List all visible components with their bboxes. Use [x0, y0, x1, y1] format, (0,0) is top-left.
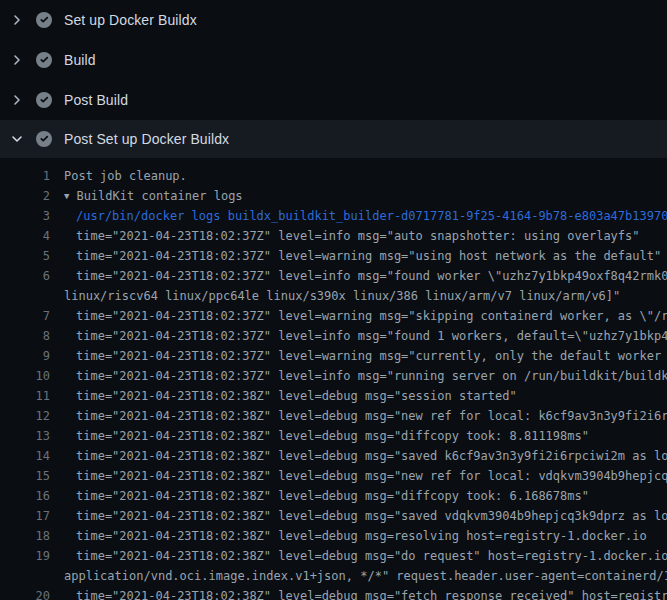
log-line: 16 time="2021-04-23T18:02:38Z" level=deb… [0, 486, 667, 506]
log-line-number[interactable]: 11 [0, 386, 50, 406]
chevron-right-icon[interactable] [9, 12, 25, 28]
log-line-text: linux/riscv64 linux/ppc64le linux/s390x … [50, 286, 620, 306]
log-line: 7 time="2021-04-23T18:02:37Z" level=warn… [0, 306, 667, 326]
log-line-number[interactable]: 14 [0, 446, 50, 466]
log-line-number[interactable]: 8 [0, 326, 50, 346]
log-line-text: time="2021-04-23T18:02:38Z" level=debug … [50, 446, 667, 466]
chevron-right-icon[interactable] [9, 92, 25, 108]
log-line: 4 time="2021-04-23T18:02:37Z" level=info… [0, 226, 667, 246]
log-line: 11 time="2021-04-23T18:02:38Z" level=deb… [0, 386, 667, 406]
check-circle-icon [36, 52, 52, 68]
log-line-text: Post job cleanup. [50, 166, 187, 186]
log-line-number [0, 286, 50, 306]
check-circle-icon [36, 92, 52, 108]
log-line-number[interactable]: 13 [0, 426, 50, 446]
log-line-text: /usr/bin/docker logs buildx_buildkit_bui… [50, 206, 667, 226]
log-line: 19 time="2021-04-23T18:02:38Z" level=deb… [0, 546, 667, 566]
log-line-text: time="2021-04-23T18:02:38Z" level=debug … [50, 406, 667, 426]
log-line-text: time="2021-04-23T18:02:37Z" level=info m… [50, 226, 640, 246]
log-line-number [0, 566, 50, 586]
log-line-text: time="2021-04-23T18:02:37Z" level=warnin… [50, 306, 667, 326]
log-line-text: time="2021-04-23T18:02:38Z" level=debug … [50, 486, 589, 506]
workflow-log-panel: Set up Docker Buildx Build Post Build [0, 0, 667, 600]
log-line-text: ▼BuildKit container logs [50, 186, 243, 206]
log-line-number[interactable]: 6 [0, 266, 50, 286]
log-line-text: time="2021-04-23T18:02:37Z" level=info m… [50, 326, 667, 346]
step-label: Post Build [64, 92, 128, 108]
step-label: Set up Docker Buildx [64, 12, 197, 28]
steps-list: Set up Docker Buildx Build Post Build [0, 0, 667, 158]
log-line: 13 time="2021-04-23T18:02:38Z" level=deb… [0, 426, 667, 446]
log-line-number[interactable]: 18 [0, 526, 50, 546]
log-line-number[interactable]: 19 [0, 546, 50, 566]
log-line-text: time="2021-04-23T18:02:38Z" level=debug … [50, 546, 667, 566]
log-line-text: time="2021-04-23T18:02:38Z" level=debug … [50, 586, 667, 600]
log-line-number[interactable]: 15 [0, 466, 50, 486]
log-line: 20 time="2021-04-23T18:02:38Z" level=deb… [0, 586, 667, 600]
log-line: 12 time="2021-04-23T18:02:38Z" level=deb… [0, 406, 667, 426]
log-line-number[interactable]: 10 [0, 366, 50, 386]
log-line-number[interactable]: 17 [0, 506, 50, 526]
log-line: 5 time="2021-04-23T18:02:37Z" level=warn… [0, 246, 667, 266]
log-line-text: time="2021-04-23T18:02:37Z" level=info m… [50, 366, 667, 386]
log-container: 1 Post job cleanup. 2▼BuildKit container… [0, 158, 667, 600]
log-line-number[interactable]: 12 [0, 406, 50, 426]
log-line-text: time="2021-04-23T18:02:38Z" level=debug … [50, 426, 589, 446]
log-line-text: time="2021-04-23T18:02:37Z" level=warnin… [50, 246, 661, 266]
log-line-text: application/vnd.oci.image.index.v1+json,… [50, 566, 667, 586]
log-line: 18 time="2021-04-23T18:02:38Z" level=deb… [0, 526, 667, 546]
log-line: 1 Post job cleanup. [0, 166, 667, 186]
check-circle-icon [36, 12, 52, 28]
log-line: application/vnd.oci.image.index.v1+json,… [0, 566, 667, 586]
log-line: linux/riscv64 linux/ppc64le linux/s390x … [0, 286, 667, 306]
log-line: 9 time="2021-04-23T18:02:37Z" level=warn… [0, 346, 667, 366]
log-line: 14 time="2021-04-23T18:02:38Z" level=deb… [0, 446, 667, 466]
step-row-2[interactable]: Post Build [0, 80, 667, 120]
group-expander-icon[interactable]: ▼ [64, 186, 69, 206]
log-line: 8 time="2021-04-23T18:02:37Z" level=info… [0, 326, 667, 346]
log-line-number[interactable]: 7 [0, 306, 50, 326]
log-line-number[interactable]: 2 [0, 186, 50, 206]
group-header-label: BuildKit container logs [76, 189, 242, 203]
log-line-text: time="2021-04-23T18:02:38Z" level=debug … [50, 526, 647, 546]
step-label: Post Set up Docker Buildx [64, 131, 229, 147]
log-line: 3 /usr/bin/docker logs buildx_buildkit_b… [0, 206, 667, 226]
log-line-number[interactable]: 1 [0, 166, 50, 186]
log-line-text: time="2021-04-23T18:02:38Z" level=debug … [50, 386, 517, 406]
step-row-1[interactable]: Build [0, 40, 667, 80]
chevron-down-icon[interactable] [9, 131, 25, 147]
log-line: 2▼BuildKit container logs [0, 186, 667, 206]
log-line-number[interactable]: 20 [0, 586, 50, 600]
log-line-number[interactable]: 9 [0, 346, 50, 366]
check-circle-icon [36, 131, 52, 147]
log-line: 15 time="2021-04-23T18:02:38Z" level=deb… [0, 466, 667, 486]
log-line-number[interactable]: 16 [0, 486, 50, 506]
log-line-number[interactable]: 3 [0, 206, 50, 226]
log-line: 10 time="2021-04-23T18:02:37Z" level=inf… [0, 366, 667, 386]
step-label: Build [64, 52, 96, 68]
log-line-text: time="2021-04-23T18:02:38Z" level=debug … [50, 466, 667, 486]
log-line: 6 time="2021-04-23T18:02:37Z" level=info… [0, 266, 667, 286]
log-line-text: time="2021-04-23T18:02:37Z" level=warnin… [50, 346, 667, 366]
log-line-number[interactable]: 4 [0, 226, 50, 246]
step-row-0[interactable]: Set up Docker Buildx [0, 0, 667, 40]
step-row-3[interactable]: Post Set up Docker Buildx [0, 120, 667, 158]
log-line-text: time="2021-04-23T18:02:37Z" level=info m… [50, 266, 667, 286]
log-line-number[interactable]: 5 [0, 246, 50, 266]
chevron-right-icon[interactable] [9, 52, 25, 68]
log-line: 17 time="2021-04-23T18:02:38Z" level=deb… [0, 506, 667, 526]
log-line-text: time="2021-04-23T18:02:38Z" level=debug … [50, 506, 667, 526]
